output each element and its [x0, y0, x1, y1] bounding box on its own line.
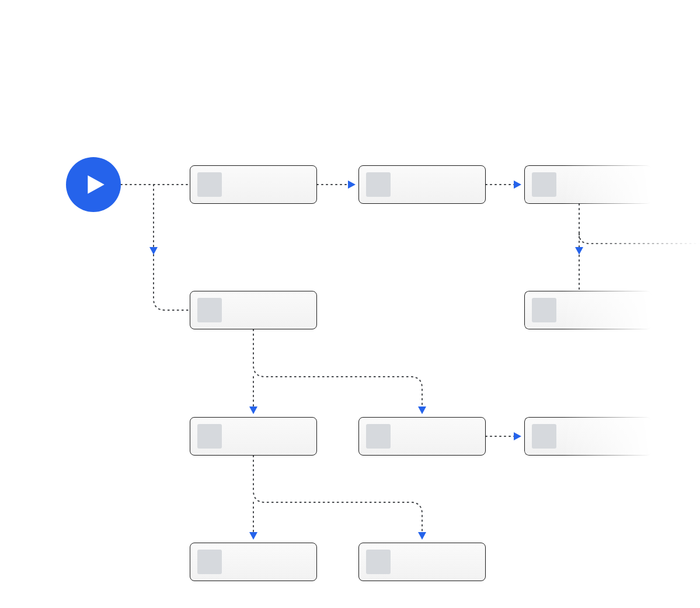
connector	[253, 329, 422, 408]
step-thumb	[197, 550, 222, 574]
arrow-icon	[514, 432, 521, 440]
arrow-icon	[418, 407, 426, 414]
arrow-icon	[149, 247, 158, 255]
step-node-n8[interactable]	[524, 417, 652, 456]
step-thumb	[197, 298, 222, 322]
step-thumb	[366, 172, 391, 197]
step-thumb	[532, 172, 556, 197]
arrow-icon	[514, 180, 521, 189]
step-node-n10[interactable]	[358, 543, 486, 581]
connector	[579, 234, 700, 244]
arrow-icon	[575, 247, 583, 255]
arrow-icon	[249, 407, 257, 414]
step-thumb	[366, 550, 391, 574]
step-thumb	[197, 424, 222, 449]
step-node-n9[interactable]	[190, 543, 317, 581]
step-node-n5[interactable]	[524, 291, 652, 329]
step-node-n4[interactable]	[190, 291, 317, 329]
arrow-icon	[348, 180, 356, 189]
connector	[253, 456, 422, 533]
step-thumb	[366, 424, 391, 449]
step-node-n2[interactable]	[358, 165, 486, 204]
step-node-n6[interactable]	[190, 417, 317, 456]
arrow-icon	[249, 532, 257, 540]
play-icon	[84, 173, 106, 196]
connector	[154, 185, 190, 310]
step-node-n1[interactable]	[190, 165, 317, 204]
step-thumb	[532, 298, 556, 322]
step-node-n3[interactable]	[524, 165, 652, 204]
step-node-n7[interactable]	[358, 417, 486, 456]
arrow-icon	[418, 532, 426, 540]
step-thumb	[532, 424, 556, 449]
workflow-canvas	[0, 0, 700, 608]
step-thumb	[197, 172, 222, 197]
start-node[interactable]	[66, 157, 121, 212]
